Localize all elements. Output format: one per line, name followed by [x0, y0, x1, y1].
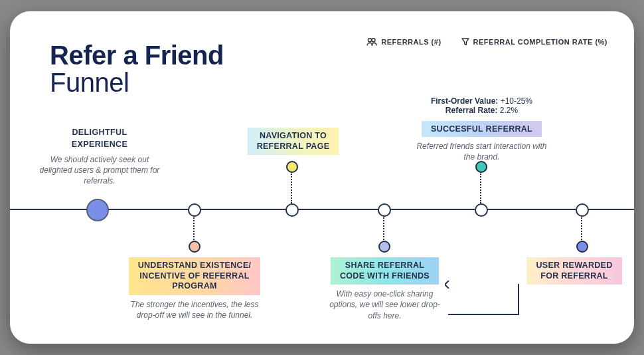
dot-success [475, 161, 487, 173]
step-nav-chip: NAVIGATION TOREFERRAL PAGE [248, 128, 339, 155]
node-success [475, 203, 488, 217]
stem-nav [291, 172, 292, 203]
dot-nav [286, 161, 298, 173]
step-success: SUCCESFUL REFERRAL Referred friends star… [414, 121, 550, 162]
stem-share [383, 215, 384, 242]
stats: First-Order Value: +10-25% Referral Rate… [414, 96, 550, 115]
legend-completion: REFERRAL COMPLETION RATE (%) [461, 38, 607, 46]
dot-reward [576, 241, 588, 253]
legend-referrals-label: REFERRALS (#) [381, 38, 441, 46]
stat-fov-label: First-Order Value: [431, 96, 498, 106]
legend-referrals: REFERRALS (#) [366, 38, 441, 46]
step-understand-cap: The stronger the incentives, the less dr… [121, 299, 268, 320]
legend-completion-label: REFERRAL COMPLETION RATE (%) [473, 38, 607, 46]
title-line-1: Refer a Friend [50, 42, 224, 69]
step-understand-chip: UNDERSTAND EXISTENCE/INCENTIVE OF REFERR… [129, 257, 261, 295]
reward-arrow-path [448, 284, 519, 315]
legend: REFERRALS (#) REFERRAL COMPLETION RATE (… [366, 38, 607, 46]
stem-success [480, 172, 481, 203]
step-reward: USER REWARDEDFOR REFERRAL [521, 257, 627, 285]
stem-reward [581, 215, 582, 242]
stat-rr-label: Referral Rate: [445, 106, 498, 115]
diagram-card: { "title_line1": "Refer a Friend", "titl… [10, 11, 634, 344]
dot-understand [189, 241, 201, 253]
step-share-cap: With easy one-click sharing options, we … [323, 289, 446, 321]
dot-share [378, 241, 390, 253]
step-delight-head: DELIGHTFULEXPERIENCE [37, 127, 163, 150]
step-success-cap: Referred friends start interaction with … [414, 141, 550, 162]
step-reward-chip: USER REWARDEDFOR REFERRAL [526, 257, 621, 285]
node-understand [188, 203, 201, 217]
node-nav [285, 203, 299, 217]
svg-point-1 [372, 39, 375, 42]
step-share: SHARE REFERRALCODE WITH FRIENDS With eas… [323, 257, 446, 321]
stem-understand [193, 215, 195, 242]
people-icon [366, 38, 377, 46]
step-delight-cap: We should actively seek out delighted us… [37, 154, 163, 187]
page-title: Refer a Friend Funnel [50, 42, 224, 96]
title-line-2: Funnel [50, 69, 224, 96]
step-nav: NAVIGATION TOREFERRAL PAGE [238, 128, 348, 155]
svg-point-0 [368, 39, 372, 42]
step-success-chip: SUCCESFUL REFERRAL [422, 121, 542, 137]
stat-fov-value: +10-25% [501, 96, 532, 106]
step-share-chip: SHARE REFERRALCODE WITH FRIENDS [331, 257, 439, 285]
step-delight: DELIGHTFULEXPERIENCE We should actively … [37, 127, 163, 187]
funnel-icon [461, 38, 469, 46]
stat-rr-value: 2.2% [500, 106, 518, 115]
node-start [86, 199, 109, 221]
step-understand: UNDERSTAND EXISTENCE/INCENTIVE OF REFERR… [121, 257, 268, 320]
node-reward [576, 203, 589, 217]
reward-arrowhead-icon [445, 281, 453, 289]
node-share [378, 203, 391, 217]
